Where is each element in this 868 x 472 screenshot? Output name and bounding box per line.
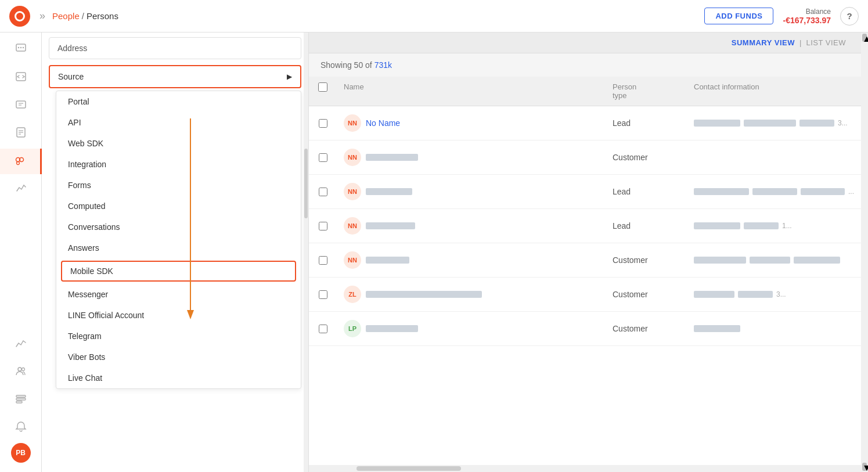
source-filter-arrow: ▶ [287,73,292,81]
source-filter[interactable]: Source ▶ [49,65,301,88]
row-checkbox-cell [309,222,337,230]
dropdown-item-forms[interactable]: Forms [56,175,301,196]
svg-rect-5 [16,101,26,108]
dropdown-item-line[interactable]: LINE Official Account [56,305,301,326]
row-checkbox-cell [309,325,337,333]
scroll-down-button[interactable]: ▼ [862,463,867,471]
person-type-badge: Lead [613,221,631,230]
breadcrumb-persons: Persons [87,11,118,21]
row-checkbox-cell [309,256,337,265]
list-view-button[interactable]: LIST VIEW [802,38,849,47]
person-name-link[interactable]: No Name [366,118,400,128]
row-type-cell: Customer [606,255,687,265]
nav-item-reports[interactable] [8,176,34,202]
dropdown-item-computed[interactable]: Computed [56,196,301,217]
summary-view-button[interactable]: SUMMARY VIEW [728,38,798,47]
breadcrumb-people[interactable]: People [52,11,80,21]
blurred-contact [794,257,840,264]
row-checkbox[interactable] [319,256,327,265]
showing-count-link[interactable]: 731k [374,60,392,70]
nav-item-forms[interactable] [8,121,34,146]
svg-point-2 [20,46,21,48]
scroll-track [861,43,868,462]
horizontal-scrollbar[interactable] [309,465,861,472]
dropdown-item-telegram[interactable]: Telegram [56,326,301,347]
th-person-type: Persontype [606,82,687,100]
select-all-checkbox[interactable] [318,82,327,92]
row-type-cell: Lead [606,187,687,196]
row-checkbox[interactable] [319,222,327,230]
svg-rect-17 [16,395,26,397]
dropdown-item-live-chat[interactable]: Live Chat [56,367,301,388]
table-header: Name Persontype Contact information [309,77,861,106]
chat-icon [15,43,27,57]
dropdown-item-conversations-label: Conversations [68,222,120,232]
row-checkbox[interactable] [319,119,327,128]
horizontal-scrollbar-thumb [356,466,461,471]
person-type-badge: Customer [613,255,648,265]
scroll-up-button[interactable]: ▲ [862,34,867,42]
forms-icon [15,127,27,141]
dropdown-item-messenger[interactable]: Messenger [56,284,301,305]
dropdown-item-integration[interactable]: Integration [56,154,301,175]
reports-icon [15,182,27,197]
blurred-name [366,222,415,229]
expand-nav-button[interactable]: » [39,10,45,22]
nav-item-analytics[interactable] [8,332,34,357]
dropdown-item-api[interactable]: API [56,112,301,133]
person-type-badge: Customer [613,324,648,333]
row-checkbox[interactable] [319,188,327,196]
dropdown-item-viber[interactable]: Viber Bots [56,347,301,367]
nav-item-notifications[interactable] [8,415,34,441]
table-row: NN Lead ... [309,175,861,209]
nav-bottom: PB [8,332,34,467]
dropdown-item-answers-label: Answers [68,243,99,253]
dropdown-item-web-sdk[interactable]: Web SDK [56,133,301,154]
blurred-name [366,188,412,195]
blurred-contact [694,120,740,127]
row-checkbox[interactable] [319,325,327,333]
nav-item-chat[interactable] [8,37,34,63]
dropdown-item-telegram-label: Telegram [68,332,102,341]
address-filter[interactable]: Address [49,37,301,59]
add-funds-button[interactable]: ADD FUNDS [704,8,773,24]
row-name-cell: NN [337,183,606,200]
dropdown-item-answers[interactable]: Answers [56,237,301,258]
dropdown-item-mobile-sdk[interactable]: Mobile SDK [61,261,296,282]
person-avatar: ZL [344,286,361,303]
dropdown-item-portal[interactable]: Portal [56,91,301,112]
showing-text: Showing 50 of [320,60,372,70]
table-row: NN Customer [309,243,861,278]
person-avatar: LP [344,320,361,337]
row-checkbox[interactable] [319,290,327,299]
table-row: NN No Name Lead 3... [309,106,861,140]
help-button[interactable]: ? [840,7,859,26]
nav-item-code[interactable] [8,65,34,91]
blurred-contact [694,291,734,298]
vertical-scrollbar[interactable]: ▲ ▼ [861,33,868,472]
nav-item-people[interactable] [8,359,34,385]
contact-suffix: ... [848,188,854,196]
row-contact-cell: 3... [687,290,861,298]
contact-info [694,325,854,332]
view-toggle: SUMMARY VIEW | LIST VIEW [728,38,849,47]
dropdown-item-conversations[interactable]: Conversations [56,217,301,237]
contact-info: ... [694,188,854,196]
row-contact-cell [687,325,861,332]
row-contact-cell: 3... [687,119,861,127]
row-checkbox-cell [309,290,337,299]
app-logo[interactable] [9,6,30,27]
dropdown-item-viber-label: Viber Bots [68,352,105,362]
person-avatar: NN [344,149,361,166]
sidebar-scroll[interactable]: Address Source ▶ Portal API Web SDK I [42,33,308,472]
nav-item-segments[interactable] [0,149,42,174]
sidebar-scrollbar[interactable] [304,33,308,472]
dropdown-item-api-label: API [68,118,81,127]
user-avatar[interactable]: PB [11,443,31,463]
row-checkbox[interactable] [319,153,327,162]
row-contact-cell: ... [687,188,861,196]
nav-item-lists[interactable] [8,387,34,413]
table-row: NN Customer [309,140,861,175]
nav-item-campaigns[interactable] [8,93,34,118]
person-type-badge: Customer [613,290,648,299]
